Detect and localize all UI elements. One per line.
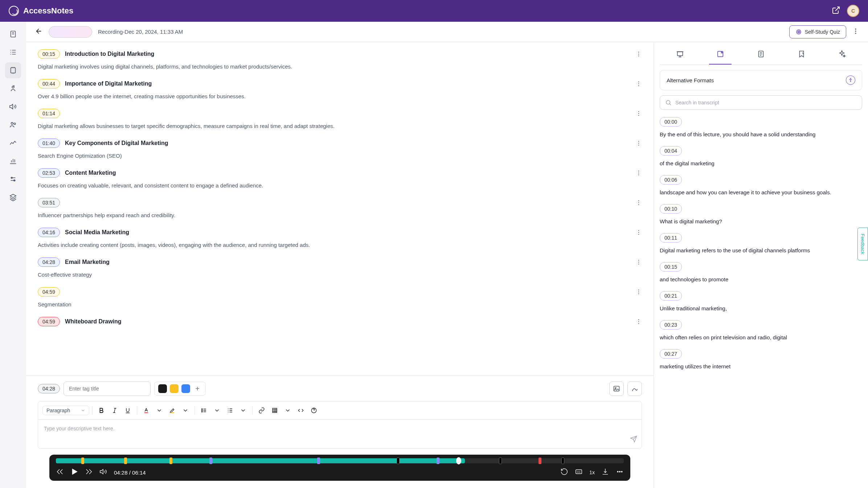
transcript-time[interactable]: 00:21 bbox=[660, 291, 682, 301]
timeline-marker[interactable] bbox=[81, 458, 84, 464]
note-row[interactable]: 04:28 Email Marketing Cost-effective str… bbox=[38, 257, 642, 279]
note-row[interactable]: 01:40 Key Components of Digital Marketin… bbox=[38, 138, 642, 160]
tab-transcript[interactable] bbox=[709, 46, 732, 65]
note-more-button[interactable] bbox=[635, 289, 642, 297]
tab-ai[interactable] bbox=[831, 46, 853, 65]
forward-button[interactable] bbox=[85, 468, 93, 477]
timeline-marker[interactable] bbox=[437, 458, 439, 464]
download-button[interactable] bbox=[601, 468, 609, 477]
tab-bookmark[interactable] bbox=[790, 46, 813, 65]
bullet-list-button[interactable] bbox=[198, 404, 210, 417]
rewind-button[interactable] bbox=[56, 468, 64, 477]
undo-button[interactable] bbox=[560, 468, 568, 477]
note-row[interactable]: 04:59 Whiteboard Drawing bbox=[38, 317, 642, 326]
add-color-button[interactable]: + bbox=[193, 384, 202, 393]
sidebar-item-audio[interactable] bbox=[5, 99, 21, 115]
logo[interactable]: AccessNotes bbox=[9, 6, 73, 16]
waveform-chip[interactable] bbox=[49, 26, 92, 38]
note-time-pill[interactable]: 01:40 bbox=[38, 138, 60, 148]
sidebar-item-notes[interactable] bbox=[5, 62, 21, 78]
transcript-time[interactable]: 00:11 bbox=[660, 233, 682, 243]
note-more-button[interactable] bbox=[635, 51, 642, 59]
transcript-row[interactable]: 00:06 landscape and how you can leverage… bbox=[660, 175, 862, 197]
timeline-marker[interactable] bbox=[124, 458, 127, 464]
self-study-quiz-button[interactable]: Self-Study Quiz bbox=[789, 25, 846, 38]
transcript-row[interactable]: 00:27 marketing utilizes the internet bbox=[660, 349, 862, 371]
note-row[interactable]: 01:14 Digital marketing allows businesse… bbox=[38, 109, 642, 131]
highlight-button[interactable] bbox=[166, 404, 179, 417]
note-time-pill[interactable]: 03:51 bbox=[38, 198, 60, 207]
transcript-time[interactable]: 00:27 bbox=[660, 349, 682, 359]
transcript-search[interactable]: Search in transcript bbox=[660, 95, 862, 110]
highlight-dropdown[interactable] bbox=[179, 404, 192, 417]
sidebar-item-chart[interactable] bbox=[5, 135, 21, 151]
text-color-dropdown[interactable] bbox=[153, 404, 165, 417]
editor-time-pill[interactable]: 04:28 bbox=[38, 384, 60, 393]
numbered-list-button[interactable] bbox=[224, 404, 236, 417]
timeline-marker[interactable] bbox=[169, 458, 172, 464]
text-color-button[interactable] bbox=[140, 404, 152, 417]
editor-textarea[interactable]: Type your descriptive text here. bbox=[38, 420, 642, 449]
timeline-marker[interactable] bbox=[209, 458, 212, 464]
send-button[interactable] bbox=[630, 435, 637, 444]
transcript-row[interactable]: 00:23 which often relies on print televi… bbox=[660, 320, 862, 342]
timeline-marker[interactable] bbox=[561, 458, 564, 464]
note-more-button[interactable] bbox=[635, 110, 642, 118]
draw-button[interactable] bbox=[627, 381, 642, 396]
help-button[interactable] bbox=[308, 404, 320, 417]
bullet-dropdown[interactable] bbox=[211, 404, 223, 417]
color-yellow[interactable] bbox=[170, 384, 179, 393]
note-row[interactable]: 02:53 Content Marketing Focuses on creat… bbox=[38, 168, 642, 190]
sidebar-item-users[interactable] bbox=[5, 117, 21, 133]
tag-title-input[interactable] bbox=[64, 381, 151, 396]
sidebar-item-file[interactable] bbox=[5, 26, 21, 42]
note-row[interactable]: 03:51 Influencer partnerships help expan… bbox=[38, 198, 642, 220]
bold-button[interactable] bbox=[95, 404, 108, 417]
transcript-time[interactable]: 00:00 bbox=[660, 117, 682, 127]
image-button[interactable] bbox=[609, 381, 624, 396]
timeline-marker[interactable] bbox=[539, 458, 541, 464]
italic-button[interactable] bbox=[108, 404, 121, 417]
note-time-pill[interactable]: 04:59 bbox=[38, 317, 60, 326]
sidebar-item-layers[interactable] bbox=[5, 189, 21, 205]
color-black[interactable] bbox=[158, 384, 167, 393]
note-row[interactable]: 04:59 Segmentation bbox=[38, 287, 642, 309]
play-button[interactable] bbox=[70, 468, 78, 477]
code-button[interactable] bbox=[295, 404, 307, 417]
player-more-button[interactable] bbox=[616, 468, 624, 477]
alternative-formats-button[interactable]: Alternative Formats bbox=[660, 70, 862, 90]
speed-button[interactable]: 1x bbox=[589, 470, 595, 475]
tab-notes[interactable] bbox=[750, 46, 772, 65]
transcript-row[interactable]: 00:00 By the end of this lecture, you sh… bbox=[660, 117, 862, 139]
table-dropdown[interactable] bbox=[282, 404, 294, 417]
transcript-row[interactable]: 00:10 What is digital marketing? bbox=[660, 204, 862, 226]
tab-slides[interactable] bbox=[669, 46, 691, 65]
timeline-marker[interactable] bbox=[499, 458, 502, 464]
volume-button[interactable] bbox=[99, 468, 107, 477]
captions-button[interactable]: CC bbox=[575, 468, 583, 477]
playhead[interactable] bbox=[456, 457, 461, 464]
numbered-dropdown[interactable] bbox=[237, 404, 249, 417]
sidebar-item-person[interactable] bbox=[5, 80, 21, 96]
note-time-pill[interactable]: 04:28 bbox=[38, 257, 60, 267]
note-time-pill[interactable]: 00:15 bbox=[38, 49, 60, 59]
transcript-row[interactable]: 00:04 of the digital marketing bbox=[660, 146, 862, 168]
link-button[interactable] bbox=[255, 404, 268, 417]
note-time-pill[interactable]: 02:53 bbox=[38, 168, 60, 178]
transcript-time[interactable]: 00:04 bbox=[660, 146, 682, 156]
note-more-button[interactable] bbox=[635, 80, 642, 88]
transcript-time[interactable]: 00:10 bbox=[660, 204, 682, 214]
note-row[interactable]: 00:44 Importance of Digital Marketing Ov… bbox=[38, 79, 642, 101]
timeline-marker[interactable] bbox=[317, 458, 320, 464]
note-time-pill[interactable]: 00:44 bbox=[38, 79, 60, 88]
note-time-pill[interactable]: 04:59 bbox=[38, 287, 60, 297]
note-time-pill[interactable]: 04:16 bbox=[38, 228, 60, 237]
external-link-button[interactable] bbox=[832, 6, 840, 16]
color-blue[interactable] bbox=[181, 384, 190, 393]
note-more-button[interactable] bbox=[635, 229, 642, 237]
transcript-row[interactable]: 00:21 Unlike traditional marketing, bbox=[660, 291, 862, 313]
note-more-button[interactable] bbox=[635, 199, 642, 207]
transcript-row[interactable]: 00:15 and technologies to promote bbox=[660, 262, 862, 284]
note-more-button[interactable] bbox=[635, 140, 642, 148]
notes-list[interactable]: 00:15 Introduction to Digital Marketing … bbox=[26, 42, 654, 375]
